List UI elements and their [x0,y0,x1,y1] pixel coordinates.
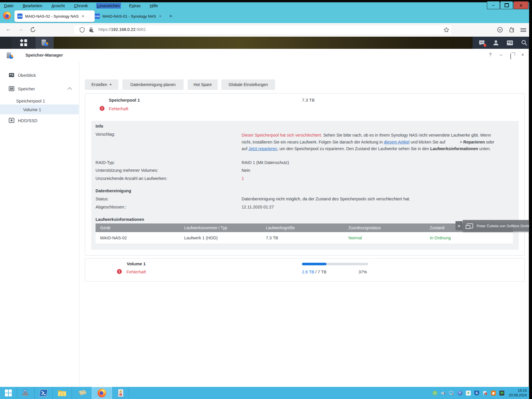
sidebar-item-ueberblick[interactable]: Überblick [0,70,79,80]
tray-alert-icon[interactable]: ! [458,391,462,396]
app-close-button[interactable]: × [521,52,524,57]
user-account-icon[interactable] [492,39,500,46]
scanner-device-icon [76,389,87,396]
browser-tab-active[interactable]: DSM MAIO-NAS-02 - Synology NAS × [14,10,95,22]
col-zustand: Zustand [430,225,445,230]
widgets-panel-icon[interactable] [506,39,514,46]
tray-volume-muted-icon[interactable]: x [441,391,446,396]
dsm-main-menu-button[interactable] [12,37,36,49]
overview-icon [9,72,14,78]
share-user-name: Petar Čubela von Softbox GmbH [477,224,531,228]
screen-share-cursor-label: Petar Čubela von Softbox GmbH [463,220,532,232]
scrub-status-label: Status: [96,197,109,201]
tray-action-flag-icon[interactable]: x [483,391,488,396]
tray-remote-screen-icon[interactable] [499,391,504,396]
row-expand-arrow-button[interactable]: > [456,221,462,230]
menu-hilfe[interactable]: Hilfe [149,3,159,9]
dsm-favicon: DSM [17,14,23,19]
start-button[interactable] [0,387,17,399]
menu-lesezeichen[interactable]: Lesezeichen [96,3,121,9]
col-geraet: Gerät [100,225,110,230]
tab-close-icon[interactable]: × [82,14,84,18]
taskbar-explorer-button[interactable] [53,387,72,399]
drive-health-status: In Ordnung [430,236,451,240]
app-titlebar[interactable]: Speicher-Manager ? – × [0,49,529,61]
file-explorer-icon [57,389,67,397]
app-restore-button[interactable] [510,54,511,59]
url-input[interactable]: ! https://192.168.0.22:5001 [74,25,452,35]
volume-card[interactable]: Volume 1 ! Fehlerhaft 2.6 TB / 7 TB 37% [85,258,525,281]
menu-datei[interactable]: Datei [3,3,15,9]
powershell-icon [39,389,48,397]
dsm-storage-manager-task-button[interactable] [36,37,54,49]
dsm-favicon: DSM [95,14,100,19]
sidebar-item-speicher[interactable]: Speicher [0,84,79,94]
suggestion-label: Vorschlag: [96,132,115,137]
dsm-taskbar-tray [473,37,532,49]
tray-checklist-icon[interactable]: V [466,391,471,396]
screen-cast-icon [467,223,473,228]
scrub-finished-value: 12.11.2020 01:27 [242,205,274,209]
taskbar-clock[interactable]: 15:15 20.09.2024 [509,388,527,398]
firefox-logo-icon[interactable] [3,12,11,19]
tray-s-shield-icon[interactable]: S [474,391,479,396]
back-icon[interactable]: ← [6,26,11,32]
volume-used[interactable]: 2.6 TB [302,270,314,274]
taskbar-notebook-button[interactable]: ! x [112,387,129,399]
menu-ansicht[interactable]: Ansicht [50,3,66,9]
search-icon[interactable] [520,39,528,46]
sidebar-item-hdd-ssd[interactable]: HDD/SSD [0,115,79,125]
sidebar-item-volume-1[interactable]: Volume 1 [0,105,79,114]
taskbar-server-manager-button[interactable] [17,387,35,399]
browser-tab-inactive[interactable]: DSM MAIO-NAS-01 - Synology NAS × [92,10,169,22]
chevron-up-icon[interactable] [68,87,72,92]
system-tray: x ! V S x [432,387,504,399]
menu-hamburger-icon[interactable] [520,27,526,33]
globale-einstellungen-button[interactable]: Globale Einstellungen [221,79,275,90]
taskbar-firefox-button[interactable] [92,387,112,399]
drive-table-row[interactable]: MAIO-NAS-02 Laufwerk 1 (HDD) 7.3 TB Norm… [96,232,513,244]
menu-bearbeiten[interactable]: Bearbeiten [22,3,44,9]
window-close-button[interactable]: x [514,1,529,9]
extensions-puzzle-icon[interactable] [509,27,514,33]
reload-icon[interactable] [30,27,36,33]
taskbar-scanner-button[interactable] [72,387,92,399]
notification-badge [484,44,486,47]
scrub-finished-label: Abgeschlossen:: [96,205,126,209]
drive-info-table: Gerät Laufwerksnummer / Typ Laufwerksgrö… [96,223,513,244]
volume-status: Fehlerhaft [126,269,146,274]
forward-icon[interactable]: → [18,26,23,32]
menu-extras[interactable]: Extras [128,3,142,9]
datenbereinigung-planen-button[interactable]: Datenbereinigung planen [122,79,184,90]
lock-security-icon[interactable]: ! [89,27,94,33]
windows-logo-icon [5,389,12,396]
tab-close-icon[interactable]: × [159,14,161,18]
volume-usage-bar [302,263,368,265]
scrub-status-value: Datenbereinigung nicht möglich, da der Z… [242,197,410,201]
storage-manager-icon [41,39,48,46]
tray-java-icon[interactable] [491,391,496,396]
tracking-shield-icon[interactable] [79,27,85,33]
app-minimize-button[interactable]: – [500,52,502,57]
tray-green-status-icon[interactable] [432,391,437,396]
window-restore-button[interactable] [500,1,513,9]
storage-pool-card[interactable]: Speicherpool 1 7.3 TB ! Fehlerhaft Info … [85,93,525,256]
pool-title: Speicherpool 1 [109,98,140,102]
taskbar-powershell-button[interactable] [34,387,53,399]
app-help-button[interactable]: ? [489,52,492,57]
app-sidebar: Überblick Speicher Speicherpool 1 Volume… [0,61,79,387]
tray-network-icon[interactable] [449,391,454,396]
erstellen-button[interactable]: Erstellen [85,79,118,90]
window-minimize-button[interactable]: – [487,1,500,9]
hot-spare-button[interactable]: Hot Spare [188,79,218,90]
drive-info-heading: Laufwerksinformationen [96,217,144,222]
sidebar-label: HDD/SSD [18,118,38,123]
multi-volume-label: Unterstützung mehrerer Volumes: [96,168,158,173]
insufficient-drives-label: Unzureichende Anzahl an Laufwerken: [96,176,167,181]
new-tab-button[interactable]: + [169,13,172,19]
pocket-icon[interactable] [497,27,503,33]
menu-chronik[interactable]: Chronik [73,3,89,9]
bookmark-star-icon[interactable] [444,27,449,33]
notifications-chat-icon[interactable] [478,39,486,46]
sidebar-item-speicherpool-1[interactable]: Speicherpool 1 [0,96,79,105]
